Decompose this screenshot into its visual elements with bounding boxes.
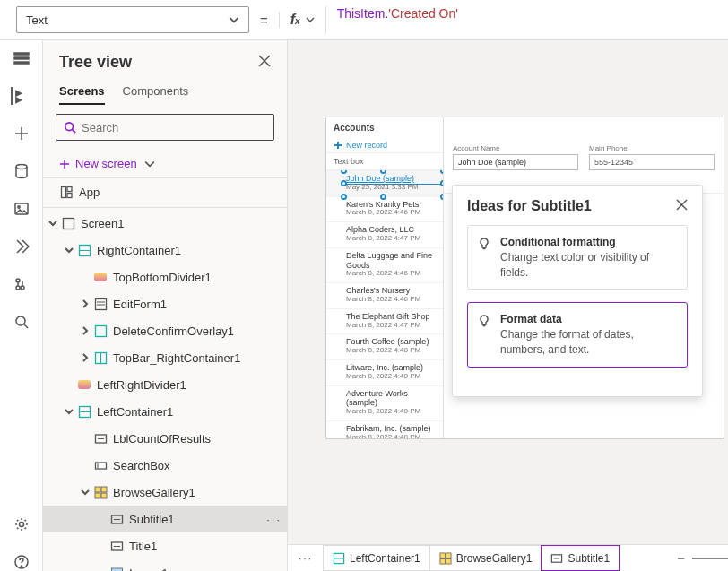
gallery-item[interactable]: Fabrikam, Inc. (sample)March 8, 2022 4:4… xyxy=(326,420,443,438)
tree-node-deleteconfirm[interactable]: DeleteConfirmOverlay1 xyxy=(43,317,287,344)
gallery-item[interactable]: Fourth Coffee (sample)March 8, 2022 4:40… xyxy=(326,333,443,359)
tree-panel: Tree view Screens Components New screen … xyxy=(43,40,288,571)
svg-rect-33 xyxy=(95,325,106,336)
svg-line-21 xyxy=(73,130,76,134)
close-icon[interactable] xyxy=(258,55,271,71)
gallery-item[interactable]: Alpha Coders, LLCMarch 8, 2022 4:47 PM xyxy=(326,221,443,247)
tree-node-label: LblCountOfResults xyxy=(113,432,211,446)
help-icon[interactable] xyxy=(13,553,30,571)
tree-node-lrdivider[interactable]: LeftRightDivider1 xyxy=(43,371,287,398)
left-rail xyxy=(0,40,43,571)
hamburger-icon[interactable] xyxy=(13,49,30,67)
svg-point-5 xyxy=(16,165,27,169)
lightbulb-icon xyxy=(477,314,491,328)
close-icon[interactable] xyxy=(676,198,688,214)
tree-search-input[interactable] xyxy=(82,121,266,134)
new-screen-button[interactable]: New screen xyxy=(43,150,287,178)
search-icon[interactable] xyxy=(13,313,30,331)
account-name-input[interactable]: John Doe (sample) xyxy=(453,154,578,170)
tree-node-label: TopBar_RightContainer1 xyxy=(113,351,240,365)
tree-node-editform[interactable]: EditForm1 xyxy=(43,290,287,317)
tree-node-subtitle1[interactable]: Subtitle1 ··· xyxy=(43,506,287,532)
chevron-down-icon xyxy=(81,488,90,497)
record-date: March 8, 2022 4:40 PM xyxy=(346,373,436,381)
gallery-items[interactable]: John Doe (sample)May 25, 2021 3:33 PMKar… xyxy=(326,170,443,438)
breadcrumb-leftcontainer[interactable]: LeftContainer1 xyxy=(323,545,430,571)
tree-node-lblcount[interactable]: LblCountOfResults xyxy=(43,425,287,452)
idea-card-title: Format data xyxy=(500,312,676,327)
tree-node-title1[interactable]: Title1 xyxy=(43,532,287,559)
gallery-item[interactable]: Litware, Inc. (sample)March 8, 2022 4:40… xyxy=(326,359,443,385)
tree-node-leftcontainer[interactable]: LeftContainer1 xyxy=(43,398,287,425)
breadcrumb-subtitle1[interactable]: Subtitle1 xyxy=(541,545,620,571)
settings-icon[interactable] xyxy=(13,515,30,533)
idea-card-format-data[interactable]: Format data Change the format of dates, … xyxy=(467,302,688,367)
property-selector[interactable]: Text xyxy=(16,6,249,33)
zoom-slider[interactable] xyxy=(692,558,728,559)
record-date: March 8, 2022 4:46 PM xyxy=(346,296,436,304)
main-phone-input[interactable]: 555-12345 xyxy=(589,154,715,170)
tree-node-image1[interactable]: Image1 xyxy=(43,559,287,571)
formula-bar[interactable]: ThisItem.'Created On' xyxy=(325,6,712,33)
tree-node-gallery[interactable]: BrowseGallery1 xyxy=(43,479,287,506)
breadcrumb-more-icon[interactable]: ··· xyxy=(288,552,324,565)
tree-title: Tree view xyxy=(59,53,132,72)
data-icon[interactable] xyxy=(13,162,30,180)
tree-node-label: App xyxy=(79,186,100,199)
gallery-item[interactable]: Charles's NurseryMarch 8, 2022 4:46 PM xyxy=(326,282,443,308)
chevron-down-icon xyxy=(144,159,155,169)
tab-components[interactable]: Components xyxy=(123,79,189,105)
record-date: May 25, 2021 3:33 PM xyxy=(346,184,436,192)
record-date: March 8, 2022 4:47 PM xyxy=(346,235,436,243)
svg-rect-60 xyxy=(440,558,446,564)
svg-point-9 xyxy=(16,286,20,290)
gallery-item[interactable]: Karen's Kranky PetsMarch 8, 2022 4:46 PM xyxy=(326,196,443,222)
gallery-item[interactable]: The Elephant Gift ShopMarch 8, 2022 4:47… xyxy=(326,308,443,334)
zoom-out-icon[interactable]: − xyxy=(670,550,692,566)
tree-view-icon[interactable] xyxy=(11,87,29,105)
chevron-down-icon xyxy=(229,14,239,25)
tree-node-label: EditForm1 xyxy=(113,298,167,311)
gallery-item[interactable]: John Doe (sample)May 25, 2021 3:33 PM xyxy=(326,170,443,196)
variables-icon[interactable] xyxy=(13,275,30,293)
record-title: Adventure Works (sample) xyxy=(346,389,436,409)
power-automate-icon[interactable] xyxy=(13,238,30,255)
tree-node-topbar-rc[interactable]: TopBar_RightContainer1 xyxy=(43,344,287,371)
app-preview[interactable]: Accounts New record Text box John Doe (s… xyxy=(325,117,724,439)
tree-node-topbottomdivider[interactable]: TopBottomDivider1 xyxy=(43,264,287,290)
more-icon[interactable]: ··· xyxy=(266,513,282,526)
svg-point-8 xyxy=(16,279,20,282)
label-icon xyxy=(109,512,124,526)
tab-screens[interactable]: Screens xyxy=(59,79,105,105)
label-icon xyxy=(550,552,563,565)
media-icon[interactable] xyxy=(13,200,30,218)
svg-rect-44 xyxy=(95,493,100,498)
gallery-textbox-label: Text box xyxy=(326,153,443,170)
tree-node-app[interactable]: App xyxy=(43,178,287,205)
idea-card-conditional-formatting[interactable]: Conditional formatting Change text color… xyxy=(467,225,688,290)
tree-scroll[interactable]: App Screen1 RightContainer1 TopBottomDiv… xyxy=(43,178,287,571)
svg-rect-50 xyxy=(111,568,122,572)
breadcrumb-browsegallery[interactable]: BrowseGallery1 xyxy=(429,545,542,571)
gallery-item[interactable]: Adventure Works (sample)March 8, 2022 4:… xyxy=(326,385,443,420)
tree-node-rightcontainer[interactable]: RightContainer1 xyxy=(43,237,287,264)
tree-node-searchbox[interactable]: SearchBox xyxy=(43,452,287,479)
insert-icon[interactable] xyxy=(13,125,30,143)
tree-search[interactable] xyxy=(56,114,274,141)
image-icon xyxy=(109,566,124,571)
svg-rect-1 xyxy=(14,57,29,59)
tree-node-label: Subtitle1 xyxy=(129,513,175,526)
svg-rect-24 xyxy=(61,186,65,197)
container-icon xyxy=(333,552,345,565)
fx-indicator[interactable]: fx xyxy=(279,12,315,28)
breadcrumb-label: BrowseGallery1 xyxy=(456,552,533,565)
svg-rect-25 xyxy=(67,186,72,191)
chevron-down-icon xyxy=(48,219,57,228)
svg-point-12 xyxy=(21,286,24,290)
form-area: Account Name John Doe (sample) Main Phon… xyxy=(444,117,724,194)
new-record-button[interactable]: New record xyxy=(326,138,443,153)
tree-node-screen1[interactable]: Screen1 xyxy=(43,210,287,237)
gallery-item[interactable]: Delta Luggage and Fine GoodsMarch 8, 202… xyxy=(326,247,443,282)
new-record-label: New record xyxy=(346,141,387,150)
container-icon xyxy=(77,404,91,419)
